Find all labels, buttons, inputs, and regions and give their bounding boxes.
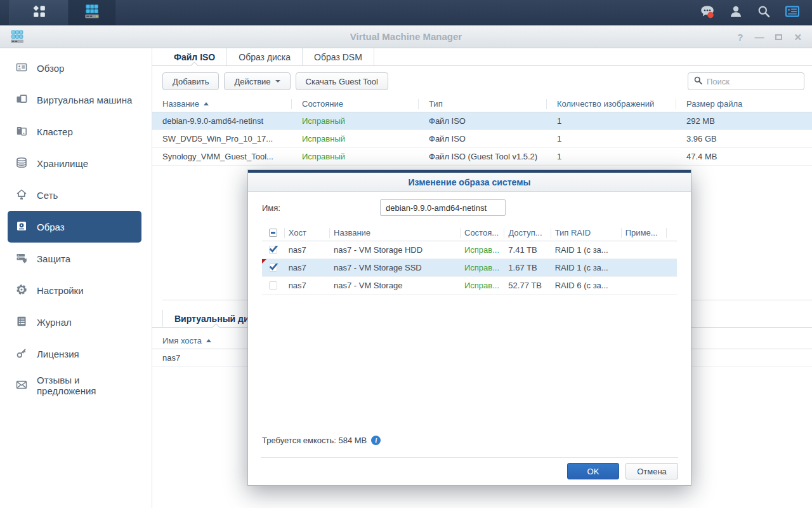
- checkbox-checked[interactable]: [269, 246, 277, 254]
- storage-table-header: Хост Название Состоя... Доступ... Тип RA…: [262, 225, 677, 241]
- storage-row[interactable]: nas7 nas7 - VM Storage SSD Исправ... 1.6…: [262, 259, 677, 277]
- cancel-button[interactable]: Отмена: [625, 463, 678, 479]
- select-all-cell: [262, 228, 285, 238]
- taskbar-edge: [0, 0, 10, 25]
- main-menu-button[interactable]: [10, 0, 69, 25]
- image-name-input[interactable]: [380, 199, 506, 216]
- info-icon[interactable]: i: [371, 436, 381, 445]
- add-button[interactable]: Добавить: [162, 72, 219, 90]
- tab-dsm-image[interactable]: Образ DSM: [303, 48, 374, 65]
- sidebar-item-label: Настройки: [37, 285, 84, 296]
- overview-icon: [15, 61, 28, 76]
- minimize-button[interactable]: —: [754, 32, 764, 42]
- table-row[interactable]: SW_DVD5_Win_Pro_10_17... Исправный Файл …: [152, 130, 812, 148]
- sidebar-item-cluster[interactable]: Кластер: [8, 116, 141, 147]
- toolbar: Добавить Действие Скачать Guest Tool: [152, 66, 812, 96]
- user-menu-button[interactable]: [728, 4, 743, 21]
- table-row[interactable]: Synology_VMM_Guest_Tool... Исправный Фай…: [152, 148, 812, 166]
- sidebar-item-label: Сеть: [37, 190, 58, 201]
- storage-row[interactable]: nas7 nas7 - VM Storage HDD Исправ... 7.4…: [262, 241, 677, 259]
- sidebar-item-image[interactable]: Образ: [8, 211, 141, 243]
- column-header-image-count[interactable]: Количество изображений: [547, 99, 676, 109]
- edit-system-image-dialog: Изменение образа системы Имя: Хост Назва…: [247, 170, 691, 486]
- sort-ascending-icon: [206, 339, 211, 342]
- cluster-icon: [15, 124, 28, 139]
- storage-row[interactable]: nas7 nas7 - VM Storage Исправ... 52.77 T…: [262, 277, 677, 295]
- action-dropdown-button[interactable]: Действие: [224, 72, 290, 90]
- search-field[interactable]: [688, 72, 804, 90]
- iso-table: Название Состояние Тип Количество изобра…: [152, 96, 812, 166]
- chevron-down-icon: [275, 80, 280, 83]
- active-tab-notch: [212, 323, 220, 331]
- chat-notification-icon: [699, 3, 716, 22]
- status-badge: Исправ...: [461, 263, 504, 272]
- tab-disk-image[interactable]: Образ диска: [227, 48, 303, 65]
- storage-table: Хост Название Состоя... Доступ... Тип RA…: [262, 225, 677, 295]
- column-header-name[interactable]: Название: [330, 228, 461, 238]
- license-key-icon: [15, 347, 28, 361]
- close-button[interactable]: ✕: [794, 32, 802, 42]
- search-input[interactable]: [707, 77, 799, 86]
- notifications-button[interactable]: [699, 3, 716, 22]
- widgets-button[interactable]: [784, 3, 801, 22]
- column-header-file-size[interactable]: Размер файла: [676, 99, 812, 109]
- sidebar-item-log[interactable]: Журнал: [8, 306, 141, 338]
- column-header-note[interactable]: Приме...: [622, 228, 667, 238]
- checkbox-unchecked[interactable]: [269, 281, 277, 290]
- maximize-button[interactable]: [775, 34, 782, 40]
- sidebar-item-storage[interactable]: Хранилище: [8, 147, 141, 179]
- sidebar-item-label: Лицензия: [37, 349, 79, 359]
- sidebar-item-label: Обзор: [37, 63, 64, 74]
- iso-table-header: Название Состояние Тип Количество изобра…: [152, 96, 812, 112]
- column-header-type[interactable]: Тип: [419, 99, 547, 109]
- column-header-host[interactable]: Хост: [285, 228, 330, 238]
- download-guest-tool-button[interactable]: Скачать Guest Tool: [296, 72, 388, 90]
- storage-icon: [15, 156, 28, 171]
- virtual-machine-icon: [15, 93, 28, 107]
- column-header-raid-type[interactable]: Тип RAID: [551, 228, 622, 238]
- sidebar-item-overview[interactable]: Обзор: [8, 52, 141, 84]
- vmm-taskbar-button[interactable]: [69, 0, 115, 25]
- sidebar-item-label: Журнал: [37, 317, 72, 328]
- window-title: Virtual Machine Manager: [0, 25, 812, 48]
- column-header-status[interactable]: Состоя...: [461, 228, 504, 238]
- column-header-status[interactable]: Состояние: [292, 99, 419, 109]
- column-header-available[interactable]: Доступ...: [504, 228, 551, 238]
- sort-ascending-icon: [204, 102, 209, 105]
- column-header-name[interactable]: Название: [152, 99, 292, 109]
- sidebar-item-license[interactable]: Лицензия: [8, 338, 141, 370]
- protection-icon: [15, 251, 28, 266]
- taskbar-tray: [699, 0, 812, 25]
- network-icon: [15, 188, 28, 203]
- sidebar-item-label: Виртуальная машина: [37, 95, 132, 105]
- help-button[interactable]: ?: [737, 32, 743, 42]
- image-tabs: Файл ISO Образ диска Образ DSM: [152, 48, 812, 66]
- sidebar: Обзор Виртуальная машина Кластер: [0, 48, 152, 508]
- window-titlebar: Virtual Machine Manager ? — ✕: [0, 25, 812, 48]
- sidebar-item-settings[interactable]: Настройки: [8, 274, 141, 306]
- status-badge: Исправный: [292, 116, 419, 126]
- log-icon: [15, 315, 28, 330]
- sidebar-item-label: Кластер: [37, 126, 73, 137]
- vmm-app-icon: [82, 2, 102, 23]
- main-menu-icon: [31, 3, 48, 22]
- image-icon: [15, 220, 28, 234]
- sidebar-item-network[interactable]: Сеть: [8, 179, 141, 211]
- checkbox-checked[interactable]: [269, 264, 277, 272]
- search-icon: [693, 76, 703, 87]
- select-all-checkbox[interactable]: [269, 229, 277, 237]
- required-capacity: Требуется емкость: 584 MB i: [262, 436, 381, 445]
- widgets-panel-icon: [784, 3, 801, 22]
- tab-iso-file[interactable]: Файл ISO: [162, 48, 227, 65]
- status-badge: Исправ...: [461, 245, 504, 255]
- status-badge: Исправный: [292, 152, 419, 161]
- table-row[interactable]: debian-9.9.0-amd64-netinst Исправный Фай…: [152, 112, 812, 130]
- sidebar-item-feedback[interactable]: Отзывы и предложения: [8, 370, 141, 401]
- sidebar-item-virtual-machine[interactable]: Виртуальная машина: [8, 84, 141, 116]
- sidebar-item-protection[interactable]: Защита: [8, 243, 141, 274]
- user-icon: [728, 4, 743, 21]
- sidebar-item-label: Хранилище: [37, 158, 88, 169]
- search-button[interactable]: [756, 4, 771, 21]
- sidebar-item-label: Отзывы и предложения: [37, 375, 141, 396]
- ok-button[interactable]: OK: [567, 463, 619, 479]
